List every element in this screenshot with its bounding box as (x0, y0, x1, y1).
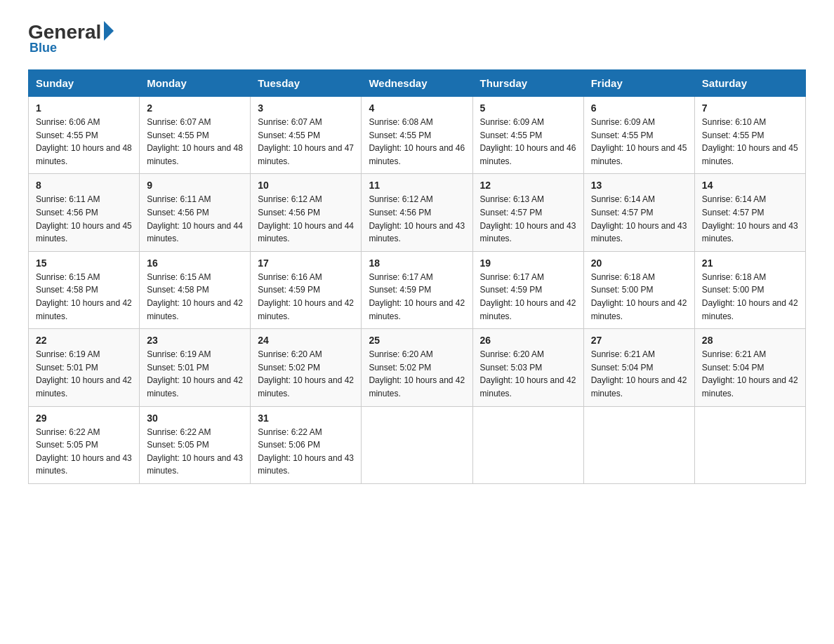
day-number: 9 (147, 180, 243, 191)
day-info: Sunrise: 6:20 AMSunset: 5:03 PMDaylight:… (480, 349, 576, 398)
day-number: 24 (258, 335, 354, 346)
calendar-cell (362, 406, 472, 483)
logo-blue-text: Blue (29, 41, 57, 55)
day-number: 19 (480, 257, 576, 269)
day-info: Sunrise: 6:09 AMSunset: 4:55 PMDaylight:… (591, 117, 687, 166)
col-header-friday: Friday (583, 70, 694, 97)
day-number: 1 (36, 102, 132, 114)
day-info: Sunrise: 6:22 AMSunset: 5:06 PMDaylight:… (258, 427, 354, 476)
day-number: 26 (480, 335, 576, 346)
calendar-week-row: 15Sunrise: 6:15 AMSunset: 4:58 PMDayligh… (29, 251, 806, 328)
calendar-cell: 7Sunrise: 6:10 AMSunset: 4:55 PMDaylight… (694, 97, 805, 174)
calendar-week-row: 1Sunrise: 6:06 AMSunset: 4:55 PMDaylight… (29, 97, 806, 174)
col-header-wednesday: Wednesday (362, 70, 472, 97)
calendar-cell: 18Sunrise: 6:17 AMSunset: 4:59 PMDayligh… (362, 251, 472, 328)
day-info: Sunrise: 6:18 AMSunset: 5:00 PMDaylight:… (702, 272, 798, 321)
logo: General Blue (28, 21, 114, 55)
day-number: 29 (36, 412, 132, 424)
calendar-cell (583, 406, 694, 483)
calendar-table: SundayMondayTuesdayWednesdayThursdayFrid… (28, 69, 806, 484)
day-number: 4 (369, 102, 465, 114)
day-info: Sunrise: 6:19 AMSunset: 5:01 PMDaylight:… (147, 349, 243, 398)
calendar-cell: 12Sunrise: 6:13 AMSunset: 4:57 PMDayligh… (472, 174, 583, 251)
calendar-cell: 21Sunrise: 6:18 AMSunset: 5:00 PMDayligh… (694, 251, 805, 328)
day-number: 25 (369, 335, 465, 346)
calendar-cell: 10Sunrise: 6:12 AMSunset: 4:56 PMDayligh… (251, 174, 362, 251)
day-number: 10 (258, 180, 354, 191)
calendar-cell: 27Sunrise: 6:21 AMSunset: 5:04 PMDayligh… (583, 329, 694, 406)
calendar-week-row: 22Sunrise: 6:19 AMSunset: 5:01 PMDayligh… (29, 329, 806, 406)
day-info: Sunrise: 6:20 AMSunset: 5:02 PMDaylight:… (369, 349, 465, 398)
calendar-cell: 28Sunrise: 6:21 AMSunset: 5:04 PMDayligh… (694, 329, 805, 406)
col-header-monday: Monday (140, 70, 251, 97)
calendar-cell: 3Sunrise: 6:07 AMSunset: 4:55 PMDaylight… (251, 97, 362, 174)
day-number: 18 (369, 257, 465, 269)
day-info: Sunrise: 6:17 AMSunset: 4:59 PMDaylight:… (480, 272, 576, 321)
calendar-cell: 22Sunrise: 6:19 AMSunset: 5:01 PMDayligh… (29, 329, 140, 406)
day-number: 14 (702, 180, 798, 191)
day-number: 11 (369, 180, 465, 191)
day-info: Sunrise: 6:15 AMSunset: 4:58 PMDaylight:… (36, 272, 132, 321)
day-info: Sunrise: 6:08 AMSunset: 4:55 PMDaylight:… (369, 117, 465, 166)
calendar-week-row: 8Sunrise: 6:11 AMSunset: 4:56 PMDaylight… (29, 174, 806, 251)
calendar-cell: 17Sunrise: 6:16 AMSunset: 4:59 PMDayligh… (251, 251, 362, 328)
day-info: Sunrise: 6:14 AMSunset: 4:57 PMDaylight:… (702, 194, 798, 243)
calendar-cell: 20Sunrise: 6:18 AMSunset: 5:00 PMDayligh… (583, 251, 694, 328)
day-number: 13 (591, 180, 687, 191)
day-info: Sunrise: 6:07 AMSunset: 4:55 PMDaylight:… (258, 117, 354, 166)
calendar-cell: 1Sunrise: 6:06 AMSunset: 4:55 PMDaylight… (29, 97, 140, 174)
day-info: Sunrise: 6:13 AMSunset: 4:57 PMDaylight:… (480, 194, 576, 243)
day-info: Sunrise: 6:10 AMSunset: 4:55 PMDaylight:… (702, 117, 798, 166)
calendar-cell: 16Sunrise: 6:15 AMSunset: 4:58 PMDayligh… (140, 251, 251, 328)
day-info: Sunrise: 6:17 AMSunset: 4:59 PMDaylight:… (369, 272, 465, 321)
calendar-cell (694, 406, 805, 483)
col-header-sunday: Sunday (29, 70, 140, 97)
day-number: 12 (480, 180, 576, 191)
page-header: General Blue (28, 21, 806, 55)
day-info: Sunrise: 6:22 AMSunset: 5:05 PMDaylight:… (147, 427, 243, 476)
day-info: Sunrise: 6:19 AMSunset: 5:01 PMDaylight:… (36, 349, 132, 398)
day-info: Sunrise: 6:16 AMSunset: 4:59 PMDaylight:… (258, 272, 354, 321)
col-header-saturday: Saturday (694, 70, 805, 97)
day-number: 23 (147, 335, 243, 346)
day-number: 6 (591, 102, 687, 114)
day-number: 31 (258, 412, 354, 424)
col-header-thursday: Thursday (472, 70, 583, 97)
logo-triangle-icon (104, 21, 114, 41)
day-number: 3 (258, 102, 354, 114)
calendar-week-row: 29Sunrise: 6:22 AMSunset: 5:05 PMDayligh… (29, 406, 806, 483)
calendar-cell: 13Sunrise: 6:14 AMSunset: 4:57 PMDayligh… (583, 174, 694, 251)
calendar-cell (472, 406, 583, 483)
calendar-cell: 9Sunrise: 6:11 AMSunset: 4:56 PMDaylight… (140, 174, 251, 251)
calendar-cell: 6Sunrise: 6:09 AMSunset: 4:55 PMDaylight… (583, 97, 694, 174)
calendar-cell: 8Sunrise: 6:11 AMSunset: 4:56 PMDaylight… (29, 174, 140, 251)
day-info: Sunrise: 6:11 AMSunset: 4:56 PMDaylight:… (147, 194, 243, 243)
day-info: Sunrise: 6:11 AMSunset: 4:56 PMDaylight:… (36, 194, 132, 243)
calendar-cell: 25Sunrise: 6:20 AMSunset: 5:02 PMDayligh… (362, 329, 472, 406)
day-number: 20 (591, 257, 687, 269)
day-number: 7 (702, 102, 798, 114)
day-info: Sunrise: 6:21 AMSunset: 5:04 PMDaylight:… (591, 349, 687, 398)
day-number: 21 (702, 257, 798, 269)
day-info: Sunrise: 6:20 AMSunset: 5:02 PMDaylight:… (258, 349, 354, 398)
day-number: 28 (702, 335, 798, 346)
calendar-cell: 24Sunrise: 6:20 AMSunset: 5:02 PMDayligh… (251, 329, 362, 406)
calendar-cell: 30Sunrise: 6:22 AMSunset: 5:05 PMDayligh… (140, 406, 251, 483)
calendar-cell: 11Sunrise: 6:12 AMSunset: 4:56 PMDayligh… (362, 174, 472, 251)
calendar-cell: 4Sunrise: 6:08 AMSunset: 4:55 PMDaylight… (362, 97, 472, 174)
calendar-header-row: SundayMondayTuesdayWednesdayThursdayFrid… (29, 70, 806, 97)
day-number: 30 (147, 412, 243, 424)
day-info: Sunrise: 6:09 AMSunset: 4:55 PMDaylight:… (480, 117, 576, 166)
day-info: Sunrise: 6:12 AMSunset: 4:56 PMDaylight:… (369, 194, 465, 243)
day-number: 22 (36, 335, 132, 346)
calendar-cell: 19Sunrise: 6:17 AMSunset: 4:59 PMDayligh… (472, 251, 583, 328)
day-info: Sunrise: 6:22 AMSunset: 5:05 PMDaylight:… (36, 427, 132, 476)
day-number: 5 (480, 102, 576, 114)
calendar-cell: 2Sunrise: 6:07 AMSunset: 4:55 PMDaylight… (140, 97, 251, 174)
day-number: 2 (147, 102, 243, 114)
day-info: Sunrise: 6:15 AMSunset: 4:58 PMDaylight:… (147, 272, 243, 321)
day-info: Sunrise: 6:14 AMSunset: 4:57 PMDaylight:… (591, 194, 687, 243)
calendar-cell: 29Sunrise: 6:22 AMSunset: 5:05 PMDayligh… (29, 406, 140, 483)
day-info: Sunrise: 6:21 AMSunset: 5:04 PMDaylight:… (702, 349, 798, 398)
calendar-cell: 23Sunrise: 6:19 AMSunset: 5:01 PMDayligh… (140, 329, 251, 406)
